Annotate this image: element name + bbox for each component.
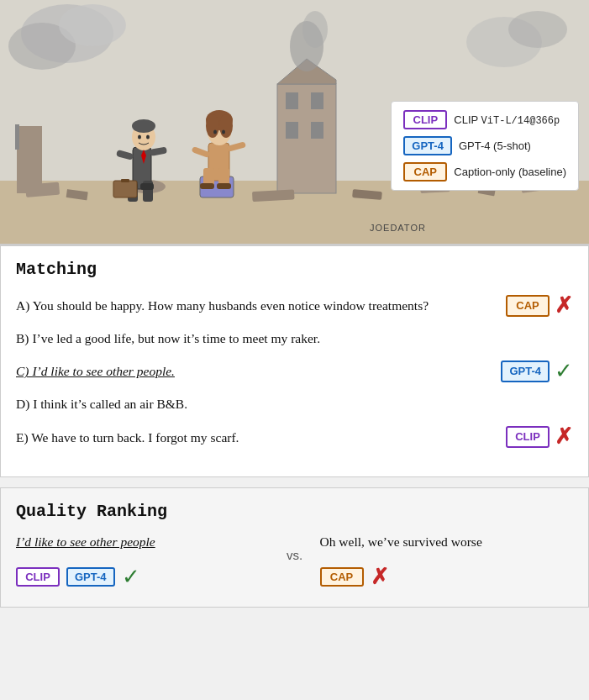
cap-badge-legend: CAP bbox=[403, 162, 447, 182]
quality-right-badges: CAP ✗ bbox=[320, 564, 389, 590]
cross-icon-a: ✗ bbox=[555, 291, 573, 321]
matching-section: Matching A) You should be happy. How man… bbox=[0, 245, 589, 477]
cap-badge-a: CAP bbox=[506, 295, 550, 317]
gpt4-badge-quality: GPT-4 bbox=[66, 567, 115, 587]
matching-text-d: D) I think it’s called an air B&B. bbox=[16, 395, 573, 413]
matching-item-b: B) I’ve led a good life, but now it’s ti… bbox=[16, 329, 573, 348]
matching-text-e: E) We have to turn back. I forgot my sca… bbox=[16, 429, 501, 447]
quality-left-badges: CLIP GPT-4 ✓ bbox=[16, 564, 140, 590]
svg-rect-27 bbox=[140, 183, 154, 190]
svg-point-46 bbox=[206, 114, 219, 138]
svg-point-47 bbox=[219, 114, 233, 138]
matching-item-e: E) We have to turn back. I forgot my sca… bbox=[16, 422, 573, 452]
clip-badge-e: CLIP bbox=[506, 426, 550, 448]
clip-badge-quality: CLIP bbox=[16, 567, 60, 587]
clip-badge-legend: CLIP bbox=[403, 110, 447, 129]
svg-rect-21 bbox=[15, 124, 19, 150]
svg-point-19 bbox=[302, 11, 328, 48]
main-container: JOEDATOR CLIP CLIP ViT-L/14@366p GPT-4 G… bbox=[0, 0, 589, 608]
section-separator bbox=[0, 477, 589, 482]
gpt4-badge-c: GPT-4 bbox=[501, 361, 550, 382]
svg-rect-13 bbox=[286, 92, 298, 109]
cross-icon-e: ✗ bbox=[555, 422, 573, 452]
svg-point-31 bbox=[132, 119, 155, 133]
quality-right: Oh well, we’ve survived worse CAP ✗ bbox=[320, 533, 574, 591]
svg-rect-20 bbox=[17, 126, 42, 193]
svg-point-49 bbox=[222, 130, 225, 134]
matching-text-a: A) You should be happy. How many husband… bbox=[16, 297, 501, 315]
svg-point-33 bbox=[146, 135, 150, 139]
quality-left-caption: I’d like to see other people bbox=[16, 533, 155, 551]
cartoon-area: JOEDATOR CLIP CLIP ViT-L/14@366p GPT-4 G… bbox=[0, 0, 589, 244]
gpt4-legend-text: GPT-4 (5-shot) bbox=[459, 139, 531, 152]
check-icon-quality-left: ✓ bbox=[122, 564, 140, 590]
svg-rect-14 bbox=[311, 92, 323, 109]
svg-point-48 bbox=[213, 130, 217, 134]
svg-text:JOEDATOR: JOEDATOR bbox=[370, 223, 426, 233]
svg-rect-41 bbox=[217, 183, 231, 189]
legend-item-clip: CLIP CLIP ViT-L/14@366p bbox=[403, 110, 566, 129]
svg-rect-16 bbox=[311, 122, 323, 139]
matching-text-c: C) I’d like to see other people. bbox=[16, 362, 496, 381]
legend-item-cap: CAP Caption-only (baseline) bbox=[403, 162, 566, 182]
quality-title: Quality Ranking bbox=[16, 502, 573, 521]
svg-point-32 bbox=[138, 135, 141, 139]
svg-rect-15 bbox=[286, 122, 298, 139]
matching-text-b: B) I’ve led a good life, but now it’s ti… bbox=[16, 329, 573, 348]
matching-item-c: C) I’d like to see other people. GPT-4 ✓ bbox=[16, 356, 573, 387]
matching-title: Matching bbox=[16, 260, 573, 279]
gpt4-badge-legend: GPT-4 bbox=[403, 136, 452, 155]
clip-legend-text: CLIP ViT-L/14@366p bbox=[454, 113, 560, 127]
cross-icon-quality-right: ✗ bbox=[371, 564, 389, 590]
image-section: JOEDATOR CLIP CLIP ViT-L/14@366p GPT-4 G… bbox=[0, 0, 589, 245]
quality-section: Quality Ranking I’d like to see other pe… bbox=[0, 487, 589, 608]
matching-item-a: A) You should be happy. How many husband… bbox=[16, 291, 573, 321]
svg-point-3 bbox=[59, 4, 126, 46]
svg-point-5 bbox=[508, 11, 567, 48]
cap-badge-quality: CAP bbox=[320, 567, 364, 587]
cap-legend-text: Caption-only (baseline) bbox=[454, 166, 566, 178]
matching-item-d: D) I think it’s called an air B&B. bbox=[16, 395, 573, 413]
svg-rect-51 bbox=[121, 179, 129, 182]
svg-rect-50 bbox=[113, 181, 137, 197]
quality-left: I’d like to see other people CLIP GPT-4 … bbox=[16, 533, 270, 591]
svg-rect-40 bbox=[200, 183, 214, 189]
quality-right-caption: Oh well, we’ve survived worse bbox=[320, 533, 482, 551]
quality-content: I’d like to see other people CLIP GPT-4 … bbox=[16, 533, 573, 591]
legend-box: CLIP CLIP ViT-L/14@366p GPT-4 GPT-4 (5-s… bbox=[391, 101, 579, 191]
check-icon-c: ✓ bbox=[555, 356, 573, 387]
quality-vs: vs. bbox=[270, 533, 320, 562]
legend-item-gpt4: GPT-4 GPT-4 (5-shot) bbox=[403, 136, 566, 155]
